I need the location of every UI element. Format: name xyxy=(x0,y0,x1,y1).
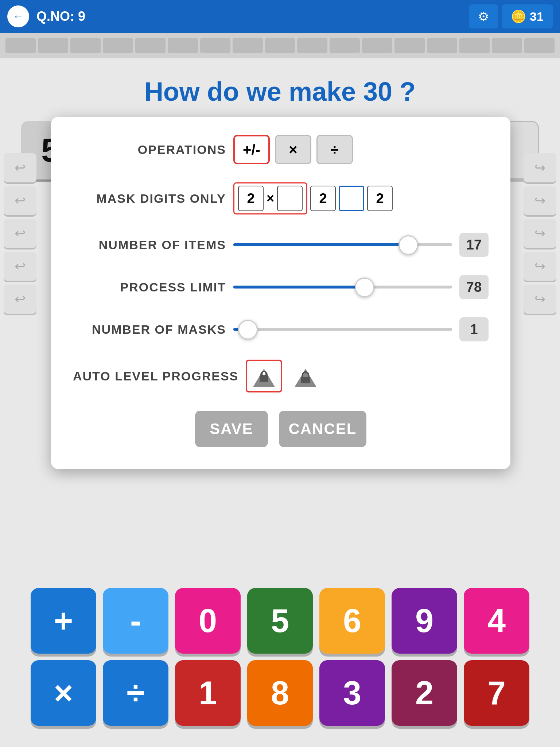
progress-cell xyxy=(70,38,101,53)
key-2[interactable]: 2 xyxy=(392,660,457,726)
key-5[interactable]: 5 xyxy=(247,588,313,654)
back-button[interactable]: ← xyxy=(7,5,29,27)
key-plus[interactable]: + xyxy=(31,588,96,654)
progress-cell xyxy=(524,38,555,53)
keypad-area: + - 0 5 6 9 4 × ÷ 1 8 3 2 7 xyxy=(0,581,560,747)
key-8[interactable]: 8 xyxy=(247,660,313,726)
arrow-left-2[interactable]: ↩ xyxy=(4,186,36,215)
save-button[interactable]: SAVE xyxy=(195,411,268,447)
header: ← Q.NO: 9 ⚙ 🪙 31 xyxy=(0,0,560,33)
op-divide-button[interactable]: ÷ xyxy=(316,135,353,164)
side-arrows-right: ↪ ↪ ↪ ↪ ↪ xyxy=(524,153,560,314)
progress-cell xyxy=(459,38,490,53)
num-items-slider-container: 17 xyxy=(233,233,489,257)
mask-sep-x: × xyxy=(267,191,274,206)
coins-count: 31 xyxy=(530,9,544,24)
key-minus[interactable]: - xyxy=(103,588,168,654)
question-title: How do we make 30 ? xyxy=(0,77,560,107)
process-limit-slider-track xyxy=(233,286,452,289)
progress-cell xyxy=(362,38,392,53)
process-limit-label: PROCESS LIMIT xyxy=(73,280,226,294)
num-items-slider-track xyxy=(233,243,452,246)
progress-cell xyxy=(394,38,425,53)
modal-buttons: SAVE CANCEL xyxy=(73,411,489,447)
progress-cell xyxy=(330,38,360,53)
num-items-slider-fill xyxy=(233,243,408,246)
mask-digit-2b: 2 xyxy=(310,186,336,211)
num-masks-slider-track xyxy=(233,328,452,331)
key-9[interactable]: 9 xyxy=(392,588,457,654)
num-masks-value: 1 xyxy=(459,317,489,341)
key-1[interactable]: 1 xyxy=(175,660,241,726)
arrow-right-3[interactable]: ↪ xyxy=(524,219,556,248)
arrow-right-5[interactable]: ↪ xyxy=(524,285,556,314)
num-items-slider-thumb[interactable] xyxy=(398,235,418,255)
auto-level-icon-1[interactable] xyxy=(246,360,282,392)
key-7[interactable]: 7 xyxy=(464,660,529,726)
operations-row: OPERATIONS +/- × ÷ xyxy=(73,135,489,164)
key-divide[interactable]: ÷ xyxy=(103,660,168,726)
settings-button[interactable]: ⚙ xyxy=(469,4,498,28)
num-masks-label: NUMBER OF MASKS xyxy=(73,322,226,337)
operations-label: OPERATIONS xyxy=(73,143,226,157)
auto-level-icon-2[interactable] xyxy=(287,360,324,392)
process-limit-slider-thumb[interactable] xyxy=(355,278,374,297)
op-multiply-button[interactable]: × xyxy=(275,135,311,164)
arrow-right-4[interactable]: ↪ xyxy=(524,252,556,281)
keypad-row-2: × ÷ 1 8 3 2 7 xyxy=(11,660,549,726)
operations-buttons: +/- × ÷ xyxy=(233,135,353,164)
header-left: ← Q.NO: 9 xyxy=(7,5,85,27)
mask-group-1[interactable]: 2 × xyxy=(233,182,307,214)
op-plus-minus-button[interactable]: +/- xyxy=(233,135,270,164)
arrow-left-4[interactable]: ↩ xyxy=(4,252,36,281)
key-4[interactable]: 4 xyxy=(464,588,529,654)
mask-digits-label: MASK DIGITS ONLY xyxy=(73,191,226,206)
process-limit-row: PROCESS LIMIT 78 xyxy=(73,275,489,299)
progress-cell xyxy=(103,38,133,53)
arrow-left-1[interactable]: ↩ xyxy=(4,153,36,182)
gear-icon: ⚙ xyxy=(478,9,489,24)
progress-cell xyxy=(265,38,295,53)
num-masks-slider-container: 1 xyxy=(233,317,489,341)
cancel-button[interactable]: CANCEL xyxy=(279,411,366,447)
num-masks-slider-thumb[interactable] xyxy=(238,320,258,340)
mask-digits-options: 2 × 2 2 xyxy=(233,182,393,214)
arrow-right-1[interactable]: ↪ xyxy=(524,153,556,182)
settings-modal: OPERATIONS +/- × ÷ MASK DIGITS ONLY 2 × … xyxy=(51,117,510,469)
mask-digit-blank-blue xyxy=(339,186,364,211)
progress-cell xyxy=(200,38,230,53)
keypad-row-1: + - 0 5 6 9 4 xyxy=(11,588,549,654)
coins-button[interactable]: 🪙 31 xyxy=(502,4,553,28)
key-multiply[interactable]: × xyxy=(31,660,96,726)
arrow-left-5[interactable]: ↩ xyxy=(4,285,36,314)
auto-level-label: AUTO LEVEL PROGRESS xyxy=(73,369,238,383)
arrow-right-2[interactable]: ↪ xyxy=(524,186,556,215)
mask-digit-2c: 2 xyxy=(367,186,393,211)
header-right: ⚙ 🪙 31 xyxy=(469,4,553,28)
progress-cell xyxy=(38,38,68,53)
process-limit-slider-container: 78 xyxy=(233,275,489,299)
auto-level-icons xyxy=(246,360,324,392)
process-limit-value: 78 xyxy=(459,275,489,299)
question-number: Q.NO: 9 xyxy=(36,9,85,24)
progress-cell xyxy=(492,38,522,53)
key-0[interactable]: 0 xyxy=(175,588,241,654)
mask-digit-blank xyxy=(277,186,303,211)
key-6[interactable]: 6 xyxy=(319,588,385,654)
progress-cell xyxy=(233,38,263,53)
mask-digit-2a: 2 xyxy=(238,186,264,211)
num-items-value: 17 xyxy=(459,233,489,257)
progress-cell xyxy=(297,38,327,53)
mask-group-2[interactable]: 2 2 xyxy=(310,186,393,211)
progress-cell xyxy=(168,38,198,53)
svg-rect-3 xyxy=(263,372,265,375)
auto-level-row: AUTO LEVEL PROGRESS xyxy=(73,360,489,392)
mask-digits-row: MASK DIGITS ONLY 2 × 2 2 xyxy=(73,182,489,214)
num-masks-row: NUMBER OF MASKS 1 xyxy=(73,317,489,341)
key-3[interactable]: 3 xyxy=(319,660,385,726)
arrow-left-3[interactable]: ↩ xyxy=(4,219,36,248)
coin-icon: 🪙 xyxy=(511,9,526,24)
progress-bar xyxy=(0,33,560,58)
progress-cell xyxy=(5,38,36,53)
progress-cell xyxy=(427,38,457,53)
